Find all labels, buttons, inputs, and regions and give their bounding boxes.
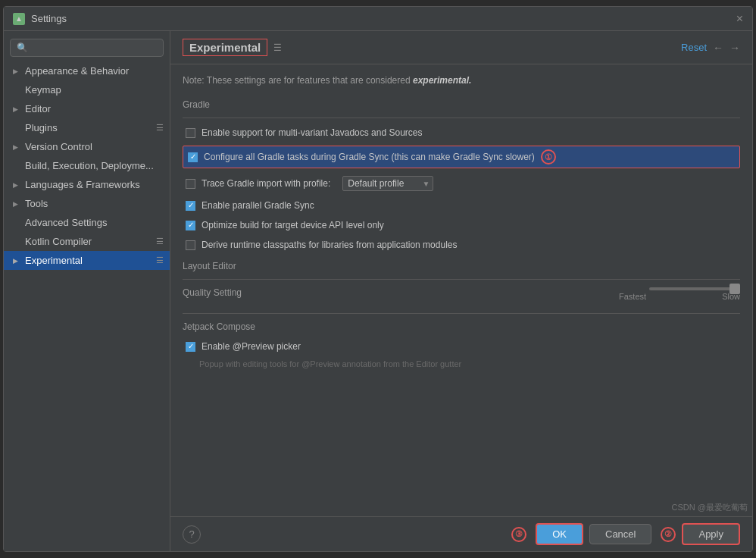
watermark: CSDN @最爱吃葡萄 [667, 500, 752, 515]
sidebar-item-label: Languages & Frameworks [25, 179, 140, 190]
settings-dialog: ▲ Settings × 🔍 ▶ Appearance & Behavior K… [3, 6, 753, 552]
panel-actions: Reset ← → [681, 42, 740, 54]
sidebar-badge: ☰ [156, 255, 164, 265]
sidebar-item-build[interactable]: Build, Execution, Deployme... [4, 156, 170, 175]
dropdown-value: Default profile [348, 178, 404, 189]
sidebar-item-label: Appearance & Behavior [25, 65, 129, 77]
sidebar-item-label: Experimental [25, 255, 83, 266]
checkbox-previewpicker-row: Enable @Preview picker [183, 340, 740, 353]
slider-label-fastest: Fastest [619, 292, 646, 301]
panel-title: Experimental [183, 39, 267, 56]
dialog-title: Settings [31, 13, 67, 24]
sidebar-item-label: Keymap [25, 84, 61, 96]
sidebar-item-languages[interactable]: ▶ Languages & Frameworks [4, 175, 170, 194]
search-box[interactable]: 🔍 [10, 39, 164, 57]
checkbox-deriveclasspaths[interactable] [186, 240, 195, 250]
sidebar-item-label: Build, Execution, Deployme... [25, 160, 154, 171]
preview-subtext: Popup with editing tools for @Preview an… [183, 359, 740, 368]
section-quality-label: Quality Setting [183, 287, 242, 298]
arrow-icon: ▶ [13, 143, 20, 151]
sidebar-item-experimental[interactable]: ▶ Experimental ☰ [4, 251, 170, 270]
apply-button[interactable]: Apply [682, 523, 740, 545]
checkbox-multivariant-label: Enable support for multi-variant Javadoc… [201, 127, 423, 138]
sidebar-item-label: Editor [25, 103, 51, 114]
sidebar-item-label: Tools [25, 198, 48, 209]
section-divider-2 [183, 279, 740, 280]
reset-button[interactable]: Reset [681, 42, 707, 53]
checkbox-configuretasks-row: Configure all Gradle tasks during Gradle… [183, 146, 740, 168]
sidebar-item-kotlincompiler[interactable]: Kotlin Compiler ☰ [4, 232, 170, 251]
sidebar-item-keymap[interactable]: Keymap [4, 80, 170, 99]
sidebar-item-appearance[interactable]: ▶ Appearance & Behavior [4, 61, 170, 80]
sidebar-item-tools[interactable]: ▶ Tools [4, 194, 170, 213]
search-input[interactable] [31, 42, 157, 53]
arrow-icon: ▶ [13, 105, 20, 113]
checkbox-configuretasks[interactable] [188, 152, 198, 162]
close-button[interactable]: × [736, 13, 743, 25]
checkbox-traceimport-row: Trace Gradle import with profile: Defaul… [183, 174, 740, 193]
sidebar-item-plugins[interactable]: Plugins ☰ [4, 118, 170, 137]
panel-title-row: Experimental ☰ [183, 39, 282, 56]
ok-button[interactable]: OK [536, 523, 583, 545]
badge-3: ③ [511, 527, 526, 542]
note-prefix: Note: These settings are for features th… [183, 75, 411, 86]
checkbox-previewpicker[interactable] [186, 342, 195, 352]
sidebar-item-label: Advanced Settings [25, 217, 107, 228]
back-button[interactable]: ← [713, 42, 723, 54]
checkbox-multivariant[interactable] [186, 128, 195, 138]
cancel-button[interactable]: Cancel [589, 524, 651, 544]
arrow-icon: ▶ [13, 200, 20, 208]
section-divider [183, 118, 740, 118]
dropdown-arrow-icon: ▼ [422, 180, 430, 188]
sidebar: 🔍 ▶ Appearance & Behavior Keymap ▶ Edito… [4, 31, 170, 551]
checkbox-deriveclasspaths-label: Derive runtime classpaths for libraries … [201, 240, 457, 250]
checkbox-parallelsync[interactable] [186, 201, 195, 211]
help-button[interactable]: ? [183, 525, 201, 544]
section-layouteditor-label: Layout Editor [183, 261, 740, 271]
checkbox-traceimport-label: Trace Gradle import with profile: [201, 178, 330, 189]
panel-header: Experimental ☰ Reset ← → [170, 31, 752, 64]
slider-labels: Fastest Slow [619, 292, 740, 301]
checkbox-parallelsync-label: Enable parallel Gradle Sync [201, 200, 314, 211]
checkbox-optimizebuild-row: Optimize build for target device API lev… [183, 218, 740, 232]
search-icon: 🔍 [17, 42, 28, 53]
title-bar-left: ▲ Settings [13, 13, 67, 25]
profile-dropdown[interactable]: Default profile ▼ [342, 176, 433, 191]
section-jetpack-label: Jetpack Compose [183, 321, 740, 332]
quality-setting-row: Quality Setting Fastest Slow [183, 287, 740, 307]
checkbox-optimizebuild[interactable] [186, 221, 195, 230]
checkbox-configuretasks-label: Configure all Gradle tasks during Gradle… [204, 152, 535, 162]
badge-1: ① [541, 149, 556, 165]
app-icon: ▲ [13, 13, 25, 25]
sidebar-item-label: Version Control [25, 141, 92, 152]
arrow-icon: ▶ [13, 257, 20, 265]
note-highlight: experimental. [413, 75, 471, 86]
content-area: 🔍 ▶ Appearance & Behavior Keymap ▶ Edito… [4, 31, 752, 551]
checkbox-multivariant-row: Enable support for multi-variant Javadoc… [183, 126, 740, 140]
section-gradle-label: Gradle [183, 99, 740, 110]
slider-container: Fastest Slow [619, 287, 740, 301]
sidebar-item-versioncontrol[interactable]: ▶ Version Control [4, 137, 170, 156]
checkbox-previewpicker-label: Enable @Preview picker [201, 341, 301, 352]
arrow-icon: ▶ [13, 67, 20, 75]
sidebar-badge: ☰ [156, 237, 164, 246]
main-panel: Experimental ☰ Reset ← → Note: These set… [170, 31, 752, 551]
sidebar-item-advancedsettings[interactable]: Advanced Settings [4, 213, 170, 232]
panel-title-icon: ☰ [273, 42, 282, 53]
checkbox-traceimport[interactable] [186, 179, 195, 189]
sidebar-item-label: Plugins [25, 122, 58, 133]
checkbox-parallelsync-row: Enable parallel Gradle Sync [183, 199, 740, 212]
badge-2: ② [661, 527, 676, 542]
section-divider-3 [183, 313, 740, 314]
note-text: Note: These settings are for features th… [183, 74, 740, 87]
sidebar-item-editor[interactable]: ▶ Editor [4, 99, 170, 118]
checkbox-deriveclasspaths-row: Derive runtime classpaths for libraries … [183, 238, 740, 252]
sidebar-item-label: Kotlin Compiler [25, 236, 92, 247]
checkbox-optimizebuild-label: Optimize build for target device API lev… [201, 220, 384, 230]
arrow-icon: ▶ [13, 181, 20, 189]
title-bar: ▲ Settings × [4, 7, 752, 31]
forward-button[interactable]: → [729, 42, 740, 54]
sidebar-badge: ☰ [156, 123, 164, 133]
slider-thumb[interactable] [729, 284, 740, 294]
quality-slider[interactable] [649, 287, 740, 290]
